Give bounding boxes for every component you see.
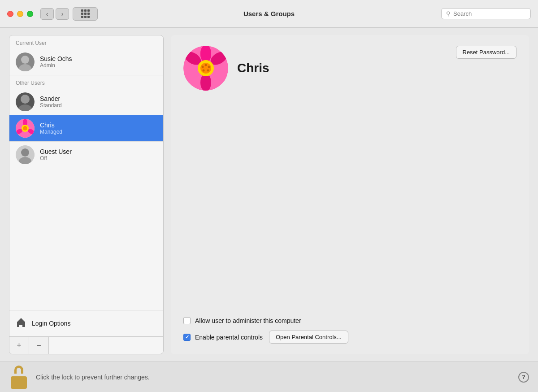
open-parental-button[interactable]: Open Parental Controls... (269, 331, 348, 344)
parental-controls-checkbox[interactable] (183, 334, 191, 341)
detail-panel: Chris Reset Password... Allow user to ad… (171, 35, 529, 354)
guest-name: Guest User (40, 148, 157, 155)
search-box[interactable]: ⚲ (441, 8, 531, 19)
chris-info: Chris Managed (40, 122, 157, 135)
lock-shackle (14, 366, 23, 374)
svg-point-14 (23, 126, 27, 131)
search-input[interactable] (453, 10, 526, 17)
lock-text: Click the lock to prevent further change… (36, 374, 150, 381)
login-options-item[interactable]: Login Options (9, 310, 163, 336)
lock-body (11, 376, 27, 389)
sidebar-item-guest[interactable]: Guest User Off (9, 142, 163, 168)
sidebar: Current User Susie Ochs Admin Other User… (9, 35, 164, 354)
close-button[interactable] (7, 11, 13, 17)
svg-point-30 (207, 70, 209, 72)
sidebar-actions: + − (9, 336, 163, 354)
guest-info: Guest User Off (40, 148, 157, 161)
sander-info: Sander Standard (40, 95, 157, 109)
svg-point-32 (202, 66, 204, 68)
help-button[interactable]: ? (518, 372, 529, 383)
avatar-sander (16, 92, 35, 111)
forward-button[interactable]: › (56, 8, 69, 20)
svg-point-28 (205, 64, 207, 66)
detail-username: Chris (237, 61, 269, 75)
susie-info: Susie Ochs Admin (40, 55, 157, 69)
susie-name: Susie Ochs (40, 55, 157, 62)
sidebar-item-sander[interactable]: Sander Standard (9, 89, 163, 115)
allow-admin-row: Allow user to administer this computer (183, 317, 516, 324)
detail-avatar (183, 46, 228, 91)
remove-user-button[interactable]: − (29, 337, 49, 354)
window-controls (7, 11, 33, 17)
avatar-guest (16, 145, 35, 164)
parental-controls-label: Enable parental controls (195, 334, 263, 341)
add-user-button[interactable]: + (9, 337, 29, 354)
parental-controls-row: Enable parental controls Open Parental C… (183, 331, 516, 344)
susie-avatar-svg (16, 52, 35, 71)
maximize-button[interactable] (27, 11, 33, 17)
search-icon: ⚲ (446, 10, 451, 17)
detail-footer: Allow user to administer this computer E… (183, 317, 516, 344)
svg-point-1 (21, 56, 29, 64)
sander-role: Standard (40, 102, 157, 109)
avatar-susie (16, 52, 35, 71)
sidebar-item-chris[interactable]: Chris Managed (9, 115, 163, 142)
reset-password-button[interactable]: Reset Password... (456, 46, 517, 59)
detail-header: Chris Reset Password... (183, 46, 516, 91)
svg-point-31 (203, 70, 205, 72)
sander-avatar-svg (16, 92, 35, 111)
guest-avatar-svg (16, 145, 35, 164)
detail-avatar-svg (183, 46, 228, 91)
titlebar: ‹ › Users & Groups ⚲ (0, 0, 538, 28)
home-icon-svg (16, 317, 26, 327)
sidebar-list: Current User Susie Ochs Admin Other User… (9, 35, 163, 310)
nav-buttons: ‹ › (40, 8, 69, 20)
window-title: Users & Groups (243, 10, 295, 17)
login-options-label: Login Options (32, 320, 70, 327)
bottom-bar: Click the lock to prevent further change… (0, 362, 538, 392)
detail-spacer (183, 100, 516, 317)
chris-role: Managed (40, 129, 157, 135)
svg-point-29 (208, 66, 210, 68)
grid-button[interactable] (73, 7, 98, 21)
svg-point-16 (21, 148, 29, 157)
other-users-label: Other Users (9, 75, 163, 89)
grid-icon (81, 9, 90, 18)
svg-point-4 (21, 95, 30, 104)
susie-role: Admin (40, 62, 157, 69)
guest-role: Off (40, 155, 157, 161)
chris-name: Chris (40, 122, 157, 129)
sidebar-item-susie[interactable]: Susie Ochs Admin (9, 49, 163, 75)
current-user-label: Current User (9, 35, 163, 49)
main-content: Current User Susie Ochs Admin Other User… (0, 28, 538, 362)
allow-admin-label: Allow user to administer this computer (195, 317, 301, 324)
back-button[interactable]: ‹ (40, 8, 54, 20)
chris-avatar-svg (16, 119, 35, 138)
avatar-chris (16, 119, 35, 138)
minimize-button[interactable] (17, 11, 23, 17)
lock-icon[interactable] (9, 366, 29, 389)
home-icon (16, 317, 26, 330)
allow-admin-checkbox[interactable] (183, 317, 191, 324)
sander-name: Sander (40, 95, 157, 102)
